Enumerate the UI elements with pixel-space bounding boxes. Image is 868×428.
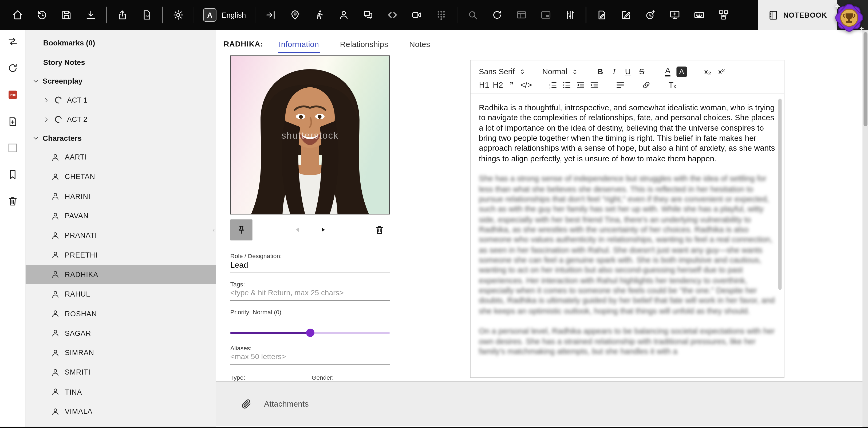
refresh-button[interactable]: [490, 6, 504, 24]
bookmark-icon: [7, 169, 18, 180]
notebook-button[interactable]: NOTEBOOK: [758, 0, 837, 30]
tab-relationships[interactable]: Relationships: [339, 40, 389, 53]
sidebar-resize-handle[interactable]: [211, 224, 216, 237]
save-button[interactable]: [59, 6, 74, 24]
tags-input[interactable]: <type & hit Return, max 25 chars>: [230, 287, 390, 301]
character-item-harini[interactable]: HARINI: [25, 187, 216, 206]
characters-items: AARTICHETANHARINIPAVANPRANATIPREETHIRADH…: [25, 147, 216, 421]
priority-slider[interactable]: [230, 329, 390, 337]
dialogue-button[interactable]: [361, 6, 376, 24]
pdf-export-button[interactable]: PDF: [140, 6, 154, 24]
text-color-button[interactable]: A: [661, 65, 675, 78]
character-item-smriti[interactable]: SMRITI: [25, 363, 216, 382]
rail-pdf-badge-button[interactable]: PDF: [6, 89, 19, 101]
sidebar-item-bookmarks[interactable]: Bookmarks (0): [25, 33, 216, 53]
characters-section-header[interactable]: Characters: [25, 129, 216, 147]
style-select[interactable]: Normal: [540, 65, 580, 78]
role-input[interactable]: Lead: [230, 259, 390, 273]
italic-button[interactable]: I: [607, 65, 621, 78]
settings-gear-button[interactable]: [171, 6, 186, 24]
page-scrollbar-thumb[interactable]: [863, 32, 867, 126]
sliders-button[interactable]: [563, 6, 578, 24]
page-scrollbar[interactable]: [862, 30, 868, 426]
character-item-aarti[interactable]: AARTI: [25, 147, 216, 167]
character-item-pavan[interactable]: PAVAN: [25, 206, 216, 226]
rail-bookmark-button[interactable]: [6, 168, 19, 180]
priority-slider-thumb[interactable]: [306, 329, 314, 337]
note-compose-button[interactable]: [619, 6, 633, 24]
download-button[interactable]: [84, 6, 98, 24]
bold-button[interactable]: B: [593, 65, 607, 78]
character-item-tina[interactable]: TINA: [25, 382, 216, 402]
aliases-input[interactable]: <max 50 letters>: [230, 351, 390, 365]
pip-frame-button[interactable]: [539, 6, 553, 24]
tab-information[interactable]: Information: [278, 40, 320, 53]
screenplay-item-act-1[interactable]: ACT 1: [25, 90, 216, 110]
character-button[interactable]: [337, 6, 351, 24]
gender-input[interactable]: Female: [312, 381, 390, 381]
sidebar-item-story-notes[interactable]: Story Notes: [25, 53, 216, 72]
prev-photo-button[interactable]: [293, 226, 302, 234]
screenplay-item-label: ACT 1: [67, 96, 87, 104]
pin-photo-button[interactable]: [230, 219, 252, 240]
keyboard-button[interactable]: [692, 6, 707, 24]
rail-refresh-button[interactable]: [6, 62, 19, 74]
dialpad-button[interactable]: [434, 6, 449, 24]
superscript-button[interactable]: x²: [715, 65, 728, 78]
tab-notes[interactable]: Notes: [408, 40, 431, 53]
code-button[interactable]: [385, 6, 400, 24]
script-edit-button[interactable]: [595, 6, 609, 24]
rail-blank-swatch-button[interactable]: [6, 142, 19, 154]
display-add-button[interactable]: [668, 6, 682, 24]
code-block-button[interactable]: </>: [519, 78, 533, 91]
character-item-rahul[interactable]: RAHUL: [25, 284, 216, 304]
h1-button[interactable]: H1: [477, 78, 491, 91]
strikethrough-button[interactable]: S: [635, 65, 649, 78]
reward-star-badge[interactable]: [832, 0, 866, 35]
screenplay-item-act-2[interactable]: ACT 2: [25, 110, 216, 129]
paperclip-icon[interactable]: [241, 398, 252, 409]
language-selector[interactable]: AEnglish: [203, 8, 246, 22]
next-photo-button[interactable]: [318, 226, 327, 234]
character-item-roshan[interactable]: ROSHAN: [25, 304, 216, 323]
action-walk-button[interactable]: [312, 6, 327, 24]
rail-file-add-button[interactable]: [6, 115, 19, 127]
editor-scrollbar[interactable]: [778, 98, 781, 290]
history-button[interactable]: [35, 6, 50, 24]
rail-transfer-arrows-button[interactable]: [6, 35, 19, 48]
ordered-list-button[interactable]: 123: [546, 78, 560, 91]
time-add-button[interactable]: [644, 6, 658, 24]
board-button[interactable]: [514, 6, 529, 24]
character-item-chetan[interactable]: CHETAN: [25, 167, 216, 187]
h2-button[interactable]: H2: [491, 78, 505, 91]
character-item-simran[interactable]: SIMRAN: [25, 343, 216, 363]
align-button[interactable]: [613, 78, 627, 91]
highlight-button[interactable]: A: [675, 65, 689, 78]
type-input[interactable]: Human: [230, 381, 304, 381]
subscript-button[interactable]: x₂: [701, 65, 715, 78]
workflow-button[interactable]: [716, 6, 731, 24]
delete-photo-button[interactable]: [374, 224, 384, 235]
share-button[interactable]: [115, 6, 129, 24]
font-select[interactable]: Sans Serif: [477, 65, 527, 78]
screenplay-section-header[interactable]: Screenplay: [25, 72, 216, 90]
video-camera-button[interactable]: [410, 6, 424, 24]
location-pin-button[interactable]: [288, 6, 302, 24]
search-button[interactable]: [466, 6, 480, 24]
character-item-vimala[interactable]: VIMALA: [25, 402, 216, 421]
character-item-preethi[interactable]: PREETHI: [25, 245, 216, 265]
character-item-sagar[interactable]: SAGAR: [25, 323, 216, 343]
goto-marker-button[interactable]: [264, 6, 278, 24]
blockquote-button[interactable]: ❞: [505, 78, 519, 91]
outdent-button[interactable]: [574, 78, 587, 91]
home-button[interactable]: [10, 6, 25, 24]
indent-button[interactable]: [587, 78, 601, 91]
underline-button[interactable]: U: [621, 65, 635, 78]
rail-trash-button[interactable]: [6, 195, 19, 207]
editor-body[interactable]: Radhika is a thoughtful, introspective, …: [470, 94, 784, 378]
link-button[interactable]: [639, 78, 653, 91]
clear-format-button[interactable]: Tₓ: [665, 78, 679, 91]
bullet-list-button[interactable]: [560, 78, 574, 91]
character-item-radhika[interactable]: RADHIKA: [25, 265, 216, 284]
character-item-pranati[interactable]: PRANATI: [25, 226, 216, 245]
